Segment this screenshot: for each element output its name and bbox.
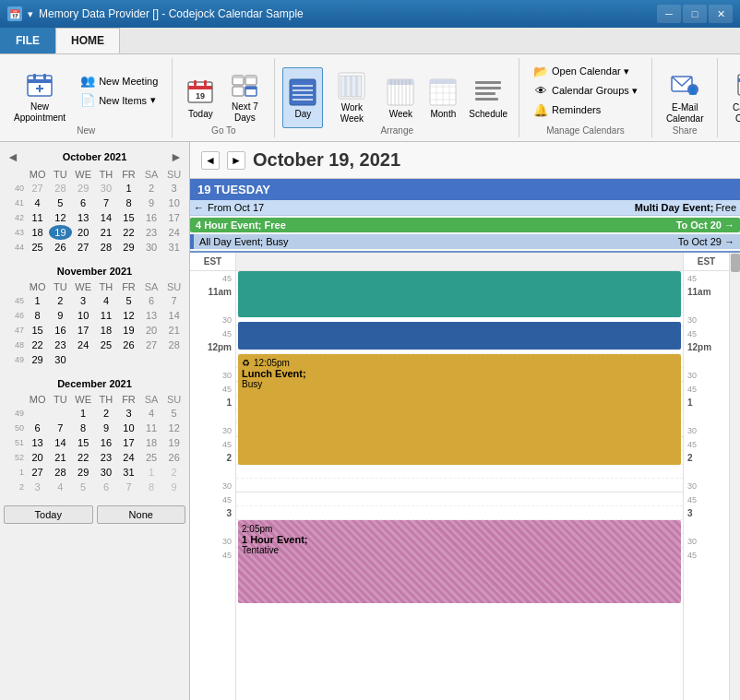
calendar-day-cell[interactable]: 10	[162, 196, 185, 210]
calendar-day-cell[interactable]: 4	[49, 480, 72, 494]
calendar-day-cell[interactable]: 2	[49, 293, 72, 308]
calendar-day-cell[interactable]: 26	[117, 338, 140, 352]
tab-file[interactable]: FILE	[0, 28, 55, 53]
calendar-day-cell[interactable]: 7	[162, 293, 185, 308]
multi-day-event[interactable]: ← From Oct 17 Multi Day Event; Free	[190, 200, 740, 216]
cal-next-button[interactable]: ►	[227, 151, 245, 170]
calendar-day-cell[interactable]: 21	[162, 323, 185, 338]
calendar-day-cell[interactable]: 26	[49, 240, 72, 255]
calendar-day-cell[interactable]: 25	[95, 338, 118, 352]
teal-event[interactable]	[238, 271, 681, 317]
calendar-day-cell[interactable]: 16	[49, 323, 72, 338]
calendar-day-cell[interactable]: 2	[140, 181, 163, 196]
calendar-day-cell[interactable]: 9	[95, 421, 118, 435]
calendar-day-cell[interactable]: 5	[162, 406, 185, 421]
calendar-day-cell[interactable]: 15	[72, 435, 95, 450]
minimize-button[interactable]: ─	[657, 5, 681, 23]
calendar-day-cell[interactable]: 20	[26, 450, 49, 465]
calendar-day-cell[interactable]: 25	[26, 240, 49, 255]
blue-event[interactable]	[238, 322, 681, 350]
calendar-day-cell[interactable]: 30	[140, 240, 163, 255]
calendar-day-cell[interactable]: 29	[26, 352, 49, 367]
calendar-day-cell[interactable]: 13	[140, 308, 163, 323]
calendar-day-cell[interactable]: 7	[117, 480, 140, 494]
calendar-day-cell[interactable]: 11	[26, 210, 49, 225]
calendar-day-cell[interactable]: 22	[72, 450, 95, 465]
calendar-day-cell[interactable]: 18	[140, 435, 163, 450]
today-sidebar-button[interactable]: Today	[4, 505, 93, 524]
calendar-day-cell[interactable]: 12	[49, 210, 72, 225]
window-controls[interactable]: ─ □ ✕	[657, 5, 733, 23]
calendar-day-cell[interactable]: 6	[72, 196, 95, 210]
calendar-day-cell[interactable]: 28	[49, 181, 72, 196]
workweek-view-button[interactable]: Work Week	[325, 67, 378, 128]
calendar-day-cell[interactable]: 28	[162, 338, 185, 352]
calendar-day-cell[interactable]: 2	[95, 406, 118, 421]
calendar-day-cell[interactable]: 24	[162, 225, 185, 240]
calendar-day-cell[interactable]: 27	[26, 181, 49, 196]
calendar-day-cell[interactable]: 27	[140, 338, 163, 352]
cal-prev-button[interactable]: ◄	[201, 151, 220, 170]
calendar-day-cell[interactable]: 11	[95, 308, 118, 323]
all-day-event[interactable]: All Day Event; Busy To Oct 29 →	[190, 234, 740, 249]
calendar-day-cell[interactable]: 20	[140, 323, 163, 338]
day-view-button[interactable]: Day	[282, 67, 323, 128]
lunch-event[interactable]: ♻ 12:05pm Lunch Event; Busy	[238, 354, 681, 465]
calendar-day-cell[interactable]: 2	[162, 465, 185, 480]
calendar-day-cell[interactable]: 3	[26, 480, 49, 494]
calendar-day-cell[interactable]: 26	[162, 450, 185, 465]
calendar-day-cell[interactable]: 14	[162, 308, 185, 323]
calendar-day-cell[interactable]: 23	[49, 338, 72, 352]
close-button[interactable]: ✕	[709, 5, 733, 23]
new-items-button[interactable]: 📄 New Items ▾	[74, 91, 164, 110]
reminders-button[interactable]: 🔔 Reminders	[527, 101, 644, 119]
calendar-day-cell[interactable]: 3	[117, 406, 140, 421]
next-month-button[interactable]: ►	[169, 149, 184, 164]
calendar-day-cell[interactable]: 28	[49, 465, 72, 480]
scrollbar-thumb[interactable]	[731, 254, 740, 272]
restore-button[interactable]: □	[683, 5, 707, 23]
schedule-view-button[interactable]: Schedule	[465, 67, 511, 128]
calendar-day-cell[interactable]: 5	[117, 293, 140, 308]
open-calendar-button[interactable]: 📂 Open Calendar ▾	[527, 62, 644, 80]
week-view-button[interactable]: Week	[380, 67, 421, 128]
four-hour-event[interactable]: 4 Hour Event; Free To Oct 20 →	[190, 218, 740, 232]
calendar-day-cell[interactable]: 23	[140, 225, 163, 240]
calendar-day-cell[interactable]: 1	[72, 406, 95, 421]
calendar-day-cell[interactable]: 17	[162, 210, 185, 225]
calendar-day-cell[interactable]: 8	[140, 480, 163, 494]
calendar-day-cell[interactable]: 6	[95, 480, 118, 494]
calendar-day-cell[interactable]: 5	[49, 196, 72, 210]
calendar-day-cell[interactable]: 15	[26, 323, 49, 338]
tab-home[interactable]: HOME	[55, 28, 120, 53]
calendar-day-cell[interactable]: 10	[72, 308, 95, 323]
calendar-day-cell[interactable]: 17	[117, 435, 140, 450]
calendar-day-cell[interactable]: 30	[95, 181, 118, 196]
calendar-day-cell[interactable]: 12	[117, 308, 140, 323]
calendar-day-cell[interactable]: 6	[26, 421, 49, 435]
calendar-day-cell[interactable]: 4	[26, 196, 49, 210]
calendar-day-cell[interactable]: 4	[95, 293, 118, 308]
calendar-day-cell[interactable]: 29	[72, 181, 95, 196]
calendar-day-cell[interactable]: 30	[95, 465, 118, 480]
calendar-day-cell[interactable]: 7	[49, 421, 72, 435]
calendar-day-cell[interactable]: 12	[162, 421, 185, 435]
calendar-day-cell[interactable]: 8	[72, 421, 95, 435]
calendar-day-cell[interactable]: 1	[26, 293, 49, 308]
calendar-day-cell[interactable]: 21	[49, 450, 72, 465]
calendar-day-cell[interactable]: 14	[49, 435, 72, 450]
calendar-day-cell[interactable]: 6	[140, 293, 163, 308]
prev-month-button[interactable]: ◄	[6, 149, 20, 164]
calendar-day-cell[interactable]: 18	[26, 225, 49, 240]
month-view-button[interactable]: Month	[423, 67, 463, 128]
calendar-options-button[interactable]: ⚙ Calendar Options	[725, 67, 740, 128]
calendar-day-cell[interactable]: 22	[26, 338, 49, 352]
new-appointment-button[interactable]: New Appointment	[7, 67, 72, 128]
calendar-day-cell[interactable]: 3	[162, 181, 185, 196]
calendar-day-cell[interactable]: 31	[117, 465, 140, 480]
calendar-day-cell[interactable]: 5	[72, 480, 95, 494]
today-button[interactable]: 19 Today	[180, 67, 221, 128]
calendar-day-cell[interactable]: 27	[72, 240, 95, 255]
calendar-day-cell[interactable]: 10	[117, 421, 140, 435]
calendar-day-cell[interactable]: 22	[117, 225, 140, 240]
